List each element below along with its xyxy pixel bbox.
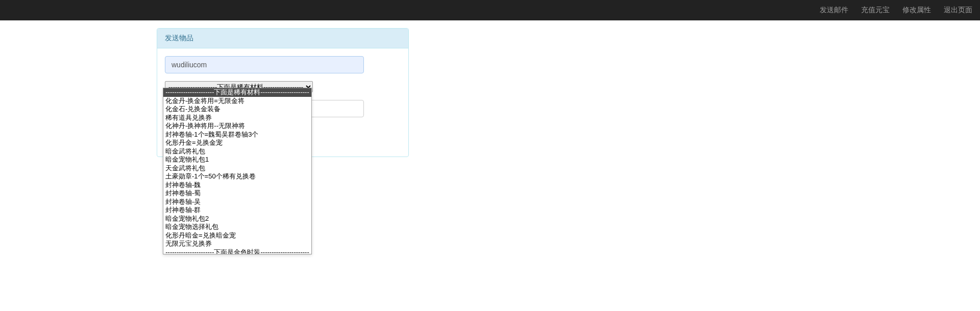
username-group	[165, 56, 401, 73]
nav-recharge[interactable]: 充值元宝	[861, 6, 890, 15]
dropdown-section-header[interactable]: ----------------------下面是稀有材料-----------…	[163, 88, 311, 97]
dropdown-option[interactable]: 封神卷轴-1个=魏蜀吴群卷轴3个	[163, 131, 311, 139]
dropdown-option[interactable]: 化神丹-换神将用--无限神将	[163, 122, 311, 131]
content-area: 发送物品 ----------------------下面是稀有材料------…	[0, 20, 980, 157]
dropdown-option[interactable]: 暗金武将礼包	[163, 147, 311, 156]
username-input[interactable]	[165, 56, 364, 73]
navbar: 发送邮件 充值元宝 修改属性 退出页面	[0, 0, 980, 20]
dropdown-option[interactable]: 化形丹金=兑换金宠	[163, 139, 311, 147]
nav-modify-attr[interactable]: 修改属性	[902, 6, 931, 15]
dropdown-option[interactable]: 稀有道具兑换券	[163, 114, 311, 122]
dropdown-option[interactable]: 化金石-兑换金装备	[163, 105, 311, 114]
dropdown-scroll[interactable]: ----------------------下面是稀有材料-----------…	[163, 88, 311, 157]
dropdown-option[interactable]: 化金丹-换金将用=无限金将	[163, 97, 311, 106]
dropdown-popup: ----------------------下面是稀有材料-----------…	[163, 88, 312, 157]
panel-title: 发送物品	[157, 29, 408, 48]
dropdown-option[interactable]: 暗金宠物礼包1	[163, 156, 311, 157]
nav-exit[interactable]: 退出页面	[944, 6, 972, 15]
nav-send-mail[interactable]: 发送邮件	[820, 6, 848, 15]
